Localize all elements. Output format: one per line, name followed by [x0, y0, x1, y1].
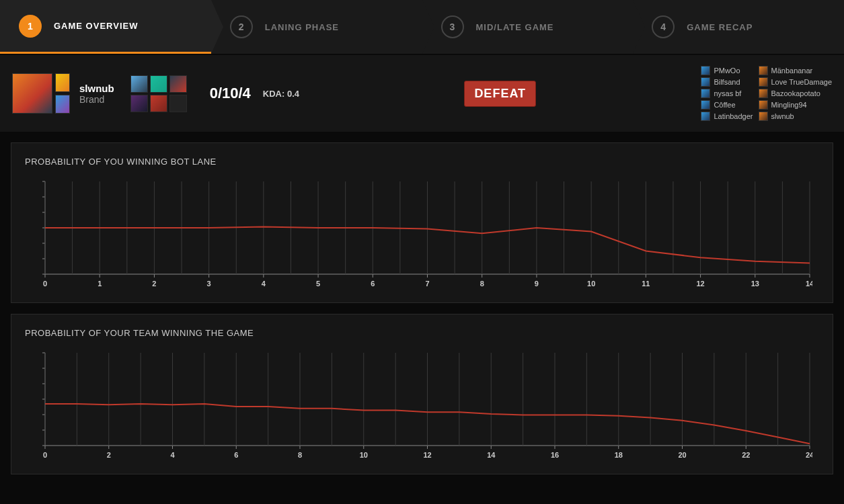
- player-row: Bazookapotato: [759, 89, 833, 98]
- svg-text:0: 0: [43, 280, 47, 288]
- tab-label: GAME OVERVIEW: [54, 21, 138, 31]
- champ-mini-icon: [759, 66, 768, 75]
- svg-text:20: 20: [678, 451, 686, 459]
- player-label: Latinbadger: [714, 112, 753, 120]
- teams-roster: PMwOo Bilfsand nysas bf Côffee Latinbadg…: [701, 66, 832, 121]
- player-row: Bilfsand: [701, 77, 753, 87]
- player-label: nysas bf: [714, 89, 741, 97]
- player-row: Mänbananar: [759, 66, 833, 75]
- item-slot-empty: [169, 95, 187, 112]
- svg-text:9: 9: [535, 280, 539, 288]
- kda-block: 0/10/4 KDA: 0.4: [210, 85, 299, 102]
- svg-text:14: 14: [487, 451, 496, 459]
- champ-mini-icon: [759, 89, 768, 98]
- chart-title: PROBABILITY OF YOU WINNING BOT LANE: [25, 157, 819, 167]
- item-icon: [169, 75, 187, 93]
- kda-ratio: KDA: 0.4: [263, 89, 299, 99]
- player-label: PMwOo: [714, 67, 740, 75]
- player-row: PMwOo: [701, 66, 753, 75]
- player-row: nysas bf: [701, 89, 753, 98]
- svg-text:13: 13: [751, 280, 759, 288]
- chart-panel-bot-lane: PROBABILITY OF YOU WINNING BOT LANE 0123…: [11, 142, 833, 303]
- svg-text:12: 12: [696, 280, 704, 288]
- chart-bot-lane: 01234567891011121314: [40, 179, 812, 293]
- svg-text:24: 24: [806, 451, 812, 459]
- svg-text:22: 22: [742, 451, 750, 459]
- chart-game-win: 024681012141618202224: [40, 350, 812, 464]
- svg-text:7: 7: [425, 280, 429, 288]
- svg-text:8: 8: [298, 451, 302, 459]
- svg-text:16: 16: [551, 451, 559, 459]
- player-label: Côffee: [714, 101, 735, 109]
- tab-num: 2: [230, 15, 253, 38]
- svg-text:10: 10: [587, 280, 595, 288]
- item-build: [130, 75, 187, 112]
- player-row: slwnub: [759, 112, 833, 121]
- player-label: Mänbananar: [771, 67, 813, 75]
- tab-mid-late[interactable]: 3 MID/LATE GAME: [422, 0, 634, 54]
- champ-mini-icon: [759, 100, 768, 110]
- svg-text:4: 4: [262, 280, 266, 288]
- tab-num: 3: [441, 15, 464, 38]
- item-icon: [150, 75, 167, 93]
- chart-title: PROBABILITY OF YOUR TEAM WINNING THE GAM…: [25, 328, 819, 338]
- svg-text:4: 4: [170, 451, 175, 459]
- tab-label: MID/LATE GAME: [476, 22, 554, 32]
- champion-portrait: [12, 73, 52, 114]
- summoner-spell-icon: [55, 73, 70, 92]
- svg-text:12: 12: [423, 451, 431, 459]
- player-row: Côffee: [701, 100, 753, 110]
- player-row: Love TrueDamage: [759, 77, 833, 87]
- tab-game-recap[interactable]: 4 GAME RECAP: [633, 0, 844, 54]
- tab-num: 4: [652, 15, 675, 38]
- svg-text:3: 3: [207, 280, 211, 288]
- player-label: Bilfsand: [714, 78, 740, 86]
- player-label: Love TrueDamage: [771, 78, 833, 86]
- player-label: Bazookapotato: [771, 89, 820, 97]
- tab-laning-phase[interactable]: 2 LANING PHASE: [211, 0, 422, 54]
- item-icon: [150, 95, 167, 112]
- player-label: Mingling94: [771, 101, 807, 109]
- tabs-nav: 1 GAME OVERVIEW 2 LANING PHASE 3 MID/LAT…: [0, 0, 844, 54]
- svg-text:6: 6: [371, 280, 375, 288]
- player-label: slwnub: [771, 112, 794, 120]
- team2-col: Mänbananar Love TrueDamage Bazookapotato…: [759, 66, 833, 121]
- player-info: slwnub Brand: [79, 83, 114, 105]
- svg-text:2: 2: [107, 451, 111, 459]
- item-icon: [130, 75, 148, 93]
- tab-label: LANING PHASE: [265, 22, 339, 32]
- svg-text:2: 2: [152, 280, 156, 288]
- player-row: Latinbadger: [701, 112, 753, 121]
- champ-mini-icon: [701, 77, 710, 87]
- match-result-badge: DEFEAT: [464, 81, 536, 107]
- summoner-spell-icon: [55, 95, 70, 114]
- team1-col: PMwOo Bilfsand nysas bf Côffee Latinbadg…: [701, 66, 753, 121]
- chart-panel-game-win: PROBABILITY OF YOUR TEAM WINNING THE GAM…: [11, 314, 833, 474]
- kda-value: 0/10/4: [210, 85, 251, 102]
- champ-mini-icon: [701, 100, 710, 110]
- game-summary-header: slwnub Brand 0/10/4 KDA: 0.4 DEFEAT PMwO…: [0, 55, 844, 132]
- champion-name: Brand: [79, 94, 114, 105]
- item-icon: [130, 95, 148, 112]
- champ-mini-icon: [759, 77, 768, 87]
- champ-mini-icon: [701, 66, 710, 75]
- svg-text:0: 0: [43, 451, 47, 459]
- champ-mini-icon: [759, 112, 768, 121]
- svg-text:8: 8: [480, 280, 484, 288]
- svg-text:6: 6: [234, 451, 238, 459]
- svg-text:14: 14: [806, 280, 812, 288]
- svg-text:10: 10: [360, 451, 368, 459]
- svg-text:5: 5: [316, 280, 320, 288]
- tab-game-overview[interactable]: 1 GAME OVERVIEW: [0, 0, 211, 54]
- charts-section: PROBABILITY OF YOU WINNING BOT LANE 0123…: [0, 132, 844, 485]
- champ-mini-icon: [701, 112, 710, 121]
- svg-text:11: 11: [642, 280, 650, 288]
- champ-mini-icon: [701, 89, 710, 98]
- tab-label: GAME RECAP: [687, 22, 753, 32]
- svg-text:1: 1: [98, 280, 102, 288]
- player-name: slwnub: [79, 83, 114, 94]
- player-row: Mingling94: [759, 100, 833, 110]
- summoner-spells: [55, 73, 70, 114]
- svg-text:18: 18: [615, 451, 623, 459]
- tab-num: 1: [19, 15, 42, 38]
